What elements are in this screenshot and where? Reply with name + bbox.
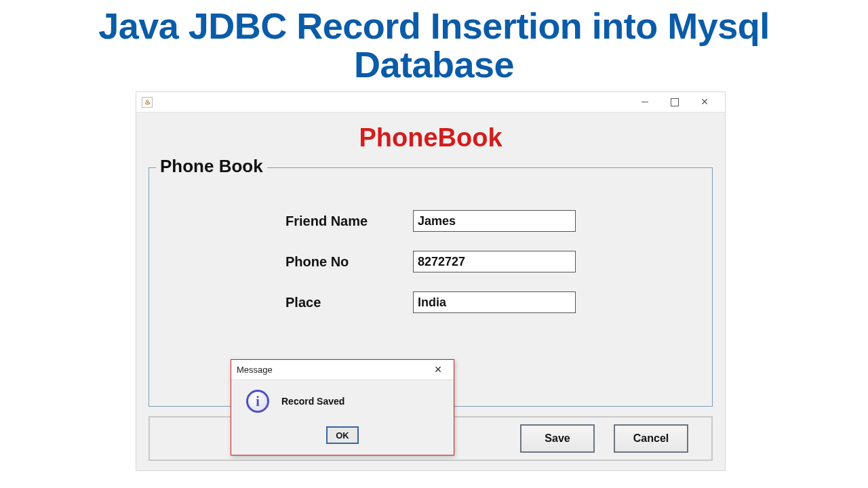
app-title: PhoneBook xyxy=(149,123,713,152)
friend-name-label: Friend Name xyxy=(285,214,394,229)
fieldset-legend: Phone Book xyxy=(156,156,267,177)
phone-no-input[interactable] xyxy=(413,251,576,272)
save-button[interactable]: Save xyxy=(520,424,595,453)
info-icon: i xyxy=(246,390,269,413)
message-dialog: Message × i Record Saved OK xyxy=(231,359,454,455)
dialog-close-button[interactable]: × xyxy=(428,363,448,377)
dialog-title: Message xyxy=(237,365,273,375)
dialog-body: i Record Saved OK xyxy=(231,380,454,455)
maximize-button[interactable] xyxy=(660,93,690,112)
dialog-message: Record Saved xyxy=(281,396,344,407)
friend-name-input[interactable] xyxy=(413,210,576,232)
minimize-button[interactable] xyxy=(630,93,660,112)
form-grid: Friend Name Phone No Place xyxy=(163,210,698,313)
close-button[interactable]: × xyxy=(690,93,719,112)
place-input[interactable] xyxy=(413,291,576,313)
place-label: Place xyxy=(285,295,394,310)
page-headline: Java JDBC Record Insertion into Mysql Da… xyxy=(0,0,868,87)
dialog-ok-button[interactable]: OK xyxy=(326,426,359,444)
window-titlebar[interactable]: ♨ × xyxy=(136,92,725,113)
cancel-button[interactable]: Cancel xyxy=(614,424,688,453)
java-icon: ♨ xyxy=(142,97,153,108)
dialog-titlebar[interactable]: Message × xyxy=(231,360,454,380)
phone-no-label: Phone No xyxy=(285,254,394,270)
window-controls: × xyxy=(630,93,719,112)
